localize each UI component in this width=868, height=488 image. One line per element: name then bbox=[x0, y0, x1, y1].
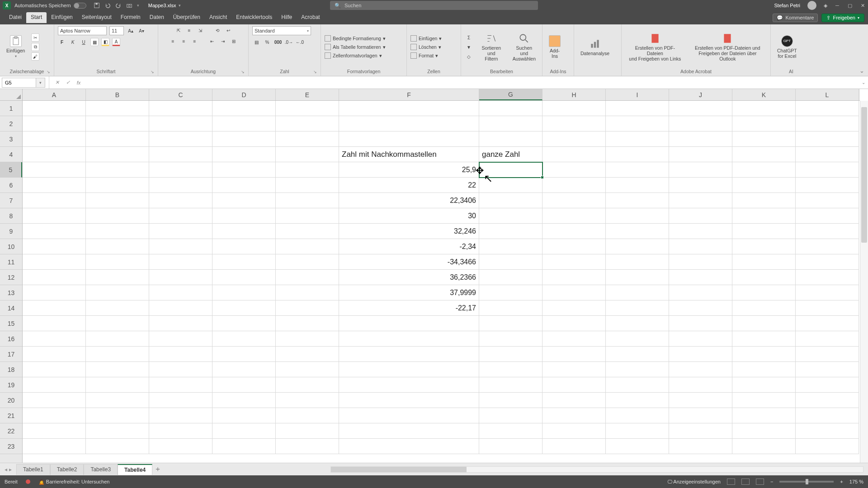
cell[interactable] bbox=[796, 408, 859, 423]
cell[interactable] bbox=[212, 316, 276, 331]
cell[interactable] bbox=[276, 178, 339, 193]
ribbon-tab-einfügen[interactable]: Einfügen bbox=[47, 12, 77, 23]
cell[interactable] bbox=[669, 131, 732, 147]
cell[interactable] bbox=[276, 377, 339, 393]
format-cells-button[interactable]: Format ▾ bbox=[410, 52, 442, 59]
cell[interactable] bbox=[796, 347, 859, 362]
cell[interactable] bbox=[276, 208, 339, 224]
cell[interactable] bbox=[149, 423, 212, 439]
cell[interactable] bbox=[149, 239, 212, 254]
pdf-share-outlook-button[interactable]: Erstellen von PDF-Dateien und Freigeben … bbox=[689, 31, 767, 63]
column-header[interactable]: H bbox=[542, 89, 606, 100]
cell[interactable] bbox=[86, 254, 149, 270]
cell[interactable] bbox=[86, 393, 149, 408]
row-header[interactable]: 7 bbox=[0, 193, 22, 208]
column-header[interactable]: E bbox=[276, 89, 339, 100]
cell[interactable] bbox=[542, 208, 606, 224]
clear-icon[interactable]: ◇ bbox=[465, 52, 473, 61]
cell[interactable] bbox=[479, 285, 542, 300]
cell[interactable] bbox=[669, 362, 732, 377]
cell[interactable] bbox=[542, 408, 606, 423]
column-header[interactable]: I bbox=[606, 89, 669, 100]
cell[interactable] bbox=[542, 131, 606, 147]
font-color-icon[interactable]: A bbox=[112, 38, 120, 46]
cell[interactable] bbox=[796, 178, 859, 193]
cell[interactable] bbox=[23, 254, 86, 270]
ribbon-tab-start[interactable]: Start bbox=[26, 12, 47, 23]
cell[interactable] bbox=[23, 362, 86, 377]
cell[interactable] bbox=[796, 331, 859, 347]
cell[interactable] bbox=[23, 347, 86, 362]
cell[interactable] bbox=[796, 285, 859, 300]
row-header[interactable]: 12 bbox=[0, 270, 22, 285]
cell-styles-button[interactable]: Zellenformatvorlagen ▾ bbox=[325, 52, 386, 59]
cell[interactable] bbox=[212, 285, 276, 300]
font-name-select[interactable]: Aptos Narrow bbox=[58, 26, 107, 35]
cell[interactable] bbox=[796, 193, 859, 208]
cell[interactable] bbox=[606, 147, 669, 162]
undo-icon[interactable] bbox=[104, 2, 111, 9]
cell[interactable] bbox=[212, 178, 276, 193]
page-break-view-icon[interactable] bbox=[756, 479, 764, 485]
cell[interactable] bbox=[23, 285, 86, 300]
cell[interactable] bbox=[23, 377, 86, 393]
cells-area[interactable]: Zahl mit Nachkommastellenganze Zahl25,92… bbox=[23, 101, 860, 463]
cell[interactable] bbox=[149, 393, 212, 408]
cell[interactable] bbox=[86, 131, 149, 147]
macro-record-button[interactable] bbox=[26, 479, 30, 484]
column-header[interactable]: K bbox=[732, 89, 796, 100]
wrap-text-icon[interactable]: ↩ bbox=[224, 26, 232, 34]
confirm-formula-icon[interactable]: ✓ bbox=[63, 80, 73, 85]
cell[interactable] bbox=[542, 224, 606, 239]
fill-color-icon[interactable]: ◧ bbox=[101, 38, 109, 46]
cell[interactable] bbox=[276, 316, 339, 331]
launcher-icon[interactable]: ↘ bbox=[151, 70, 154, 74]
cell[interactable] bbox=[212, 224, 276, 239]
column-header[interactable]: F bbox=[339, 89, 479, 100]
cell[interactable] bbox=[796, 116, 859, 131]
cell[interactable] bbox=[276, 300, 339, 316]
cell[interactable] bbox=[669, 254, 732, 270]
bold-button[interactable]: F bbox=[58, 38, 66, 46]
cell[interactable] bbox=[732, 347, 796, 362]
cell[interactable] bbox=[669, 270, 732, 285]
cell[interactable] bbox=[606, 285, 669, 300]
cell[interactable] bbox=[86, 162, 149, 178]
column-header[interactable]: G bbox=[479, 89, 542, 100]
cell[interactable] bbox=[339, 116, 479, 131]
cell[interactable] bbox=[149, 162, 212, 178]
cell[interactable] bbox=[23, 331, 86, 347]
number-format-select[interactable]: Standard▾ bbox=[252, 26, 311, 35]
close-icon[interactable]: ✕ bbox=[860, 3, 865, 8]
minimize-icon[interactable]: ─ bbox=[835, 3, 840, 8]
increase-indent-icon[interactable]: ⇥ bbox=[219, 37, 227, 45]
column-header[interactable]: D bbox=[212, 89, 276, 100]
cell[interactable] bbox=[542, 270, 606, 285]
cell[interactable] bbox=[149, 147, 212, 162]
row-header[interactable]: 18 bbox=[0, 362, 22, 377]
row-header[interactable]: 16 bbox=[0, 331, 22, 347]
row-header[interactable]: 10 bbox=[0, 239, 22, 254]
cell[interactable] bbox=[149, 408, 212, 423]
cell[interactable] bbox=[276, 193, 339, 208]
cell[interactable] bbox=[23, 131, 86, 147]
align-left-icon[interactable]: ≡ bbox=[169, 37, 177, 45]
cell[interactable] bbox=[86, 224, 149, 239]
cell[interactable] bbox=[86, 101, 149, 116]
cell[interactable] bbox=[796, 239, 859, 254]
cell[interactable] bbox=[212, 116, 276, 131]
row-header[interactable]: 23 bbox=[0, 439, 22, 454]
cell[interactable] bbox=[732, 208, 796, 224]
cell[interactable] bbox=[86, 439, 149, 454]
cell[interactable] bbox=[86, 377, 149, 393]
cell[interactable] bbox=[276, 439, 339, 454]
decrease-font-icon[interactable]: A▾ bbox=[137, 27, 146, 35]
cell[interactable] bbox=[339, 377, 479, 393]
cell[interactable] bbox=[606, 101, 669, 116]
maximize-icon[interactable]: ▢ bbox=[847, 3, 853, 8]
launcher-icon[interactable]: ↘ bbox=[47, 70, 50, 74]
cell[interactable] bbox=[606, 270, 669, 285]
cell[interactable] bbox=[796, 316, 859, 331]
cell[interactable] bbox=[669, 193, 732, 208]
row-header[interactable]: 8 bbox=[0, 208, 22, 224]
